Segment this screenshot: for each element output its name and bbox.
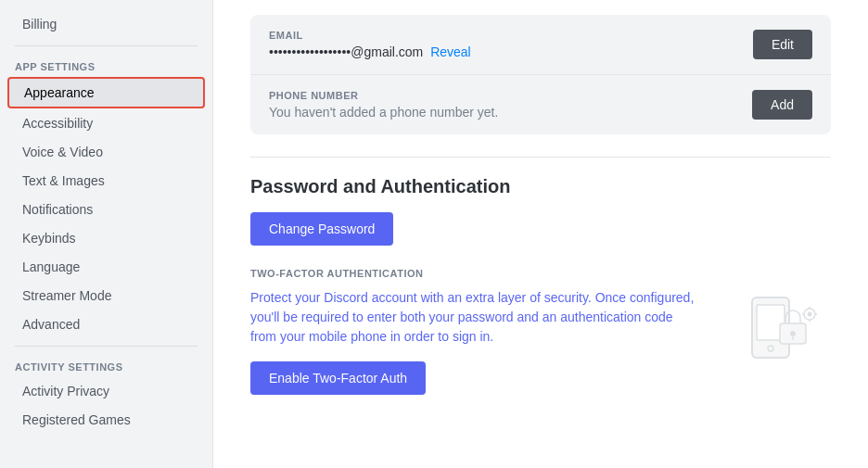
phone-value: You haven't added a phone number yet. [269,105,498,120]
two-fa-description: Protect your Discord account with an ext… [250,288,696,347]
section-divider [250,157,831,158]
account-info-card: EMAIL ••••••••••••••••••@gmail.com Revea… [250,15,831,134]
change-password-button[interactable]: Change Password [250,212,393,246]
sidebar-section-activity-settings: ACTIVITY SETTINGS [0,354,212,376]
email-masked: ••••••••••••••••••@gmail.com [269,44,423,59]
svg-point-7 [808,312,812,317]
phone-add-button[interactable]: Add [752,90,812,120]
svg-point-4 [790,331,796,336]
sidebar-item-voice-video[interactable]: Voice & Video [7,138,205,166]
sidebar-item-label: Text & Images [22,173,105,188]
content-inner: EMAIL ••••••••••••••••••@gmail.com Revea… [213,0,868,432]
sidebar-item-label: Keybinds [22,231,76,246]
phone-row: PHONE NUMBER You haven't added a phone n… [250,75,831,134]
two-fa-row: Protect your Discord account with an ext… [250,288,831,395]
main-content: EMAIL ••••••••••••••••••@gmail.com Revea… [213,0,868,468]
sidebar-item-label: Streamer Mode [22,288,111,303]
sidebar-item-label: Registered Games [22,412,131,427]
sidebar-item-text-images[interactable]: Text & Images [7,167,205,195]
sidebar-item-accessibility[interactable]: Accessibility [7,109,205,137]
reveal-link[interactable]: Reveal [430,44,471,59]
email-edit-button[interactable]: Edit [753,30,812,59]
email-row: EMAIL ••••••••••••••••••@gmail.com Revea… [250,15,831,75]
sidebar: Billing APP SETTINGS Appearance Accessib… [0,0,213,468]
sidebar-item-label: Appearance [24,85,95,100]
sidebar-item-notifications[interactable]: Notifications [7,196,205,223]
sidebar-item-language[interactable]: Language [7,253,205,281]
two-fa-label: TWO-FACTOR AUTHENTICATION [250,268,831,279]
sidebar-item-advanced[interactable]: Advanced [7,310,205,338]
sidebar-item-appearance[interactable]: Appearance [7,77,205,108]
sidebar-item-label: Activity Privacy [22,384,109,398]
two-fa-illustration [720,288,831,372]
sidebar-item-registered-games[interactable]: Registered Games [7,406,205,434]
two-fa-svg [724,288,826,372]
phone-info: PHONE NUMBER You haven't added a phone n… [269,90,498,120]
sidebar-item-keybinds[interactable]: Keybinds [7,224,205,252]
password-section-title: Password and Authentication [250,176,831,197]
two-fa-left: Protect your Discord account with an ext… [250,288,701,395]
sidebar-item-label: Advanced [22,317,80,332]
enable-2fa-button[interactable]: Enable Two-Factor Auth [250,361,426,395]
email-value: ••••••••••••••••••@gmail.com Reveal [269,44,471,59]
sidebar-divider [15,45,198,46]
phone-not-added: You haven't added a phone number yet. [269,105,498,120]
sidebar-item-billing[interactable]: Billing [7,10,205,38]
phone-label: PHONE NUMBER [269,90,498,101]
sidebar-section-app-settings: APP SETTINGS [0,54,212,76]
sidebar-item-activity-privacy[interactable]: Activity Privacy [7,377,205,405]
sidebar-item-label: Accessibility [22,116,93,131]
email-info: EMAIL ••••••••••••••••••@gmail.com Revea… [269,30,471,59]
sidebar-item-label: Language [22,259,80,274]
sidebar-item-label: Billing [22,17,57,32]
email-label: EMAIL [269,30,471,41]
sidebar-divider-2 [15,346,198,347]
sidebar-item-streamer-mode[interactable]: Streamer Mode [7,282,205,310]
sidebar-item-label: Voice & Video [22,145,103,159]
sidebar-item-label: Notifications [22,202,93,217]
